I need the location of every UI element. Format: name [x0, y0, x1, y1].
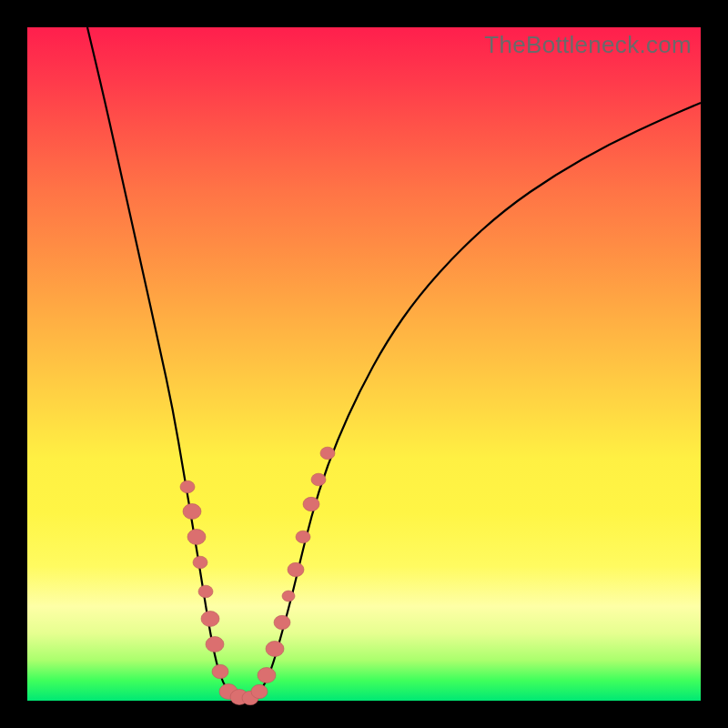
plot-area: TheBottleneck.com [27, 27, 701, 701]
data-bead [201, 612, 219, 627]
data-bead [206, 637, 224, 652]
chart-svg [27, 27, 701, 701]
data-bead [320, 447, 335, 460]
data-bead [193, 556, 207, 569]
chart-frame: TheBottleneck.com [0, 0, 728, 728]
data-bead [296, 531, 310, 543]
data-bead [303, 497, 319, 511]
data-bead [288, 562, 304, 576]
data-bead [258, 668, 276, 683]
data-bead [282, 591, 295, 602]
data-bead [266, 642, 284, 657]
bottleneck-curve [87, 27, 701, 698]
data-bead [251, 684, 268, 698]
data-bead [274, 615, 290, 629]
data-bead [183, 504, 201, 520]
data-bead [212, 664, 228, 678]
data-beads [180, 447, 335, 704]
data-bead [311, 473, 326, 486]
data-bead [187, 530, 206, 545]
data-bead [180, 480, 195, 493]
data-bead [198, 585, 213, 598]
